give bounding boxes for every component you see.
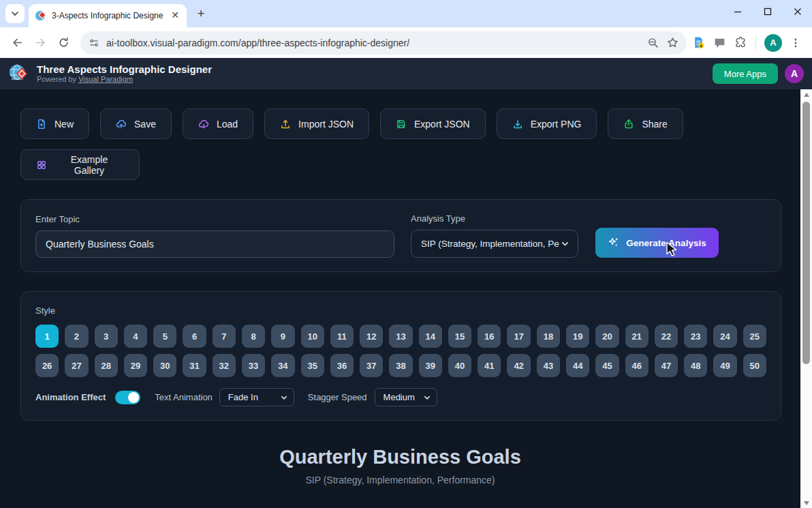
scroll-down-arrow[interactable] [800, 498, 812, 508]
style-option-41[interactable]: 41 [478, 354, 501, 377]
generate-analysis-button[interactable]: Generate Analysis [595, 228, 719, 258]
style-option-16[interactable]: 16 [478, 325, 501, 348]
browser-menu-icon[interactable] [790, 38, 801, 48]
save-button[interactable]: Save [100, 108, 172, 139]
style-option-30[interactable]: 30 [153, 354, 176, 377]
browser-tab[interactable]: 3-Aspects Infographic Designer ✕ [29, 4, 187, 27]
style-option-5[interactable]: 5 [153, 325, 176, 348]
extensions-puzzle-icon[interactable] [734, 36, 747, 49]
style-option-8[interactable]: 8 [242, 325, 265, 348]
new-tab-button[interactable]: + [192, 5, 210, 23]
style-option-2[interactable]: 2 [65, 325, 88, 348]
more-apps-button[interactable]: More Apps [713, 63, 778, 84]
file-plus-icon [36, 119, 47, 130]
style-option-46[interactable]: 46 [625, 354, 649, 377]
scrollbar-thumb[interactable] [802, 102, 810, 364]
preview-subtitle: SIP (Strategy, Implementation, Performan… [0, 475, 800, 485]
style-option-44[interactable]: 44 [566, 354, 589, 377]
style-option-28[interactable]: 28 [95, 354, 118, 377]
style-option-7[interactable]: 7 [213, 325, 236, 348]
style-option-37[interactable]: 37 [360, 354, 383, 377]
export-json-button[interactable]: Export JSON [380, 108, 486, 139]
text-animation-select[interactable]: Fade In [219, 388, 294, 406]
chat-extension-icon[interactable] [713, 36, 726, 49]
topic-input[interactable] [35, 230, 394, 258]
style-option-25[interactable]: 25 [743, 325, 766, 348]
site-settings-icon[interactable] [89, 38, 99, 48]
share-button[interactable]: Share [608, 108, 683, 139]
user-avatar[interactable]: A [785, 64, 804, 83]
load-button[interactable]: Load [183, 108, 253, 139]
style-option-38[interactable]: 38 [389, 354, 412, 377]
style-option-22[interactable]: 22 [655, 325, 678, 348]
style-option-36[interactable]: 36 [330, 354, 354, 377]
url-bar[interactable]: ai-toolbox.visual-paradigm.com/app/three… [80, 31, 687, 55]
style-option-9[interactable]: 9 [271, 325, 294, 348]
tab-favicon-icon [35, 10, 46, 21]
style-option-34[interactable]: 34 [271, 354, 294, 377]
style-option-39[interactable]: 39 [419, 354, 442, 377]
url-text: ai-toolbox.visual-paradigm.com/app/three… [106, 38, 409, 48]
style-option-3[interactable]: 3 [95, 325, 118, 348]
style-option-10[interactable]: 10 [301, 325, 324, 348]
file-actions-toolbar: New Save Load Import JSON Export JSON [0, 89, 800, 180]
scroll-up-arrow[interactable] [800, 89, 812, 100]
style-option-42[interactable]: 42 [507, 354, 530, 377]
style-option-26[interactable]: 26 [35, 354, 59, 377]
style-option-32[interactable]: 32 [213, 354, 236, 377]
zoom-out-icon[interactable] [647, 37, 659, 48]
forward-button[interactable] [30, 33, 50, 53]
style-option-14[interactable]: 14 [419, 325, 442, 348]
style-option-47[interactable]: 47 [655, 354, 678, 377]
style-option-20[interactable]: 20 [595, 325, 619, 348]
tab-search-button[interactable] [5, 4, 25, 23]
example-gallery-button[interactable]: Example Gallery [20, 149, 140, 180]
style-option-33[interactable]: 33 [242, 354, 265, 377]
style-option-40[interactable]: 40 [448, 354, 471, 377]
analysis-type-select[interactable]: SIP (Strategy, Implementation, Pe [411, 230, 578, 258]
browser-profile-avatar[interactable]: A [764, 34, 782, 52]
tab-title: 3-Aspects Infographic Designer [52, 11, 163, 20]
style-option-11[interactable]: 11 [330, 325, 354, 348]
style-option-31[interactable]: 31 [183, 354, 206, 377]
style-option-45[interactable]: 45 [595, 354, 619, 377]
reload-button[interactable] [53, 33, 74, 53]
stagger-speed-select[interactable]: Medium [375, 388, 437, 406]
vertical-scrollbar[interactable] [800, 89, 812, 508]
visual-paradigm-link[interactable]: Visual Paradigm [78, 75, 133, 83]
style-option-21[interactable]: 21 [625, 325, 649, 348]
style-option-17[interactable]: 17 [507, 325, 530, 348]
tab-close-icon[interactable]: ✕ [169, 10, 181, 22]
style-option-23[interactable]: 23 [684, 325, 707, 348]
docs-extension-icon[interactable] [692, 36, 705, 49]
style-option-27[interactable]: 27 [65, 354, 88, 377]
style-option-19[interactable]: 19 [566, 325, 589, 348]
back-button[interactable] [7, 33, 27, 53]
export-png-button[interactable]: Export PNG [497, 108, 597, 139]
style-option-18[interactable]: 18 [537, 325, 560, 348]
close-button[interactable] [790, 4, 805, 19]
style-option-24[interactable]: 24 [713, 325, 736, 348]
import-json-button[interactable]: Import JSON [264, 108, 369, 139]
bookmark-star-icon[interactable] [667, 37, 678, 48]
minimize-button[interactable] [730, 4, 745, 19]
new-button[interactable]: New [20, 108, 89, 139]
style-option-49[interactable]: 49 [713, 354, 736, 377]
browser-window: 3-Aspects Infographic Designer ✕ + ai-to… [0, 0, 812, 508]
maximize-button[interactable] [760, 4, 775, 19]
style-option-50[interactable]: 50 [743, 354, 766, 377]
style-option-4[interactable]: 4 [124, 325, 147, 348]
style-option-6[interactable]: 6 [183, 325, 206, 348]
style-option-13[interactable]: 13 [389, 325, 412, 348]
style-option-1[interactable]: 1 [35, 325, 59, 348]
animation-effect-toggle[interactable] [115, 391, 140, 404]
style-option-35[interactable]: 35 [301, 354, 324, 377]
toolbar-divider [755, 37, 756, 49]
style-option-48[interactable]: 48 [684, 354, 707, 377]
style-option-12[interactable]: 12 [360, 325, 383, 348]
style-option-43[interactable]: 43 [537, 354, 560, 377]
style-option-29[interactable]: 29 [124, 354, 147, 377]
floppy-disk-icon [396, 119, 407, 130]
toggle-knob [128, 392, 139, 403]
style-option-15[interactable]: 15 [448, 325, 471, 348]
